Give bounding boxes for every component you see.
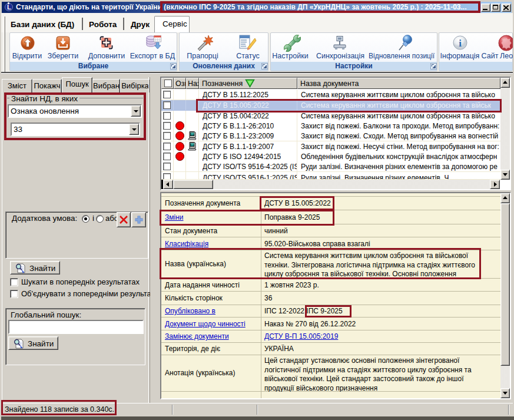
svg-text:i: i <box>459 38 462 49</box>
